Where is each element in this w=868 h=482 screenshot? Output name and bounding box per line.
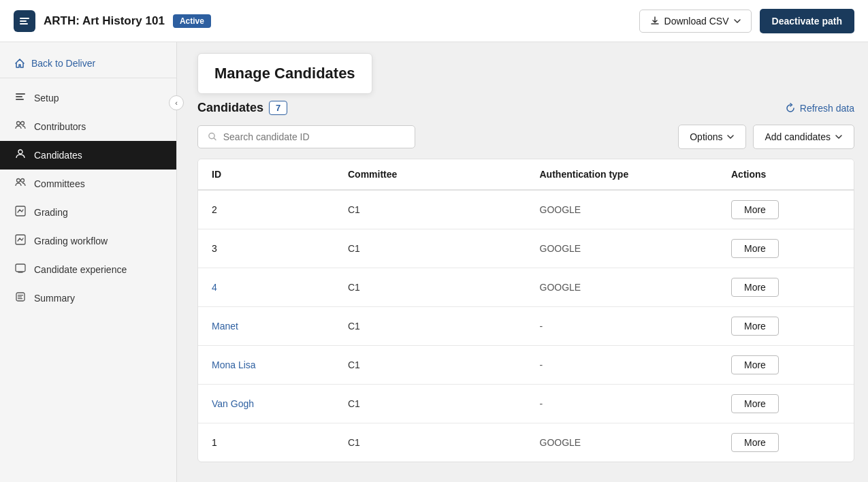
add-candidates-chevron-icon [835,133,843,141]
grading-workflow-icon [14,234,27,248]
svg-rect-13 [16,235,25,244]
svg-rect-5 [16,96,22,97]
svg-rect-17 [18,297,22,298]
candidate-auth-type: - [540,398,732,409]
more-button[interactable]: More [731,278,779,297]
grading-icon [14,206,27,219]
more-button[interactable]: More [731,317,779,336]
svg-point-8 [21,122,25,125]
contributors-icon [14,120,27,133]
home-icon [14,57,26,69]
options-button[interactable]: Options [678,125,746,149]
candidate-id: 2 [212,204,348,215]
candidate-committee: C1 [348,321,540,332]
candidate-id: 1 [212,437,348,448]
more-button[interactable]: More [731,394,779,413]
candidate-id-link[interactable]: 4 [212,282,217,293]
table-row: Van GoghC1-More [198,385,854,423]
status-badge: Active [173,14,211,28]
candidate-committee: C1 [348,204,540,215]
candidates-table: ID Committee Authentication type Actions… [197,159,854,462]
table-row: 2C1GOOGLEMore [198,191,854,229]
candidate-id-link[interactable]: Mona Lisa [212,359,256,370]
svg-rect-6 [16,99,24,100]
table-body: 2C1GOOGLEMore3C1GOOGLEMore4C1GOOGLEMoreM… [198,191,854,462]
svg-point-7 [17,122,20,125]
sidebar-item-grading[interactable]: Grading [0,198,176,227]
table-row: 1C1GOOGLEMore [198,423,854,462]
download-icon [649,16,660,27]
options-chevron-icon [726,133,735,141]
page-title: Manage Candidates [197,53,372,94]
svg-rect-12 [16,206,25,216]
candidate-committee: C1 [348,359,540,370]
search-icon [208,131,218,142]
svg-point-10 [17,179,20,182]
svg-point-11 [21,179,25,182]
svg-rect-1 [20,18,29,19]
setup-icon [14,91,27,105]
sidebar: Back to Deliver Setup Con [0,42,177,482]
candidates-section-title: Candidates 7 [197,101,287,115]
sidebar-item-candidates[interactable]: Candidates [0,141,176,170]
more-button[interactable]: More [731,200,779,219]
candidate-auth-type: GOOGLE [540,243,732,254]
download-csv-button[interactable]: Download CSV [639,10,752,33]
candidates-header-row: Candidates 7 Refresh data [197,101,854,115]
candidate-committee: C1 [348,282,540,293]
sidebar-collapse-button[interactable]: ‹ [169,95,184,110]
svg-point-9 [18,150,22,154]
content-area: Candidates 7 Refresh data [197,101,854,462]
app-logo [14,10,35,32]
more-button[interactable]: More [731,433,779,452]
svg-rect-2 [20,20,27,22]
sidebar-item-committees[interactable]: Committees [0,170,176,198]
sidebar-item-setup[interactable]: Setup [0,84,176,112]
candidate-id-link[interactable]: Van Gogh [212,398,254,409]
candidate-auth-type: - [540,359,732,370]
table-row: 3C1GOOGLEMore [198,229,854,268]
committees-icon [14,177,27,191]
candidates-count-badge: 7 [269,101,287,115]
candidate-committee: C1 [348,243,540,254]
candidate-id-link[interactable]: Manet [212,321,238,332]
app-title: ARTH: Art History 101 [44,14,165,28]
candidate-auth-type: GOOGLE [540,282,732,293]
svg-rect-4 [16,93,25,95]
body-layout: Back to Deliver Setup Con [0,42,868,482]
candidate-auth-type: - [540,321,732,332]
search-input[interactable] [223,131,405,142]
sidebar-item-summary[interactable]: Summary [0,284,176,312]
svg-rect-14 [16,264,25,272]
col-header-id: ID [212,169,348,180]
candidate-experience-icon [14,263,27,276]
table-row: Mona LisaC1-More [198,346,854,385]
col-header-actions: Actions [731,169,840,180]
svg-rect-3 [20,23,28,25]
candidate-committee: C1 [348,437,540,448]
more-button[interactable]: More [731,355,779,374]
candidate-auth-type: GOOGLE [540,437,732,448]
candidate-id: 3 [212,243,348,254]
table-row: 4C1GOOGLEMore [198,268,854,307]
main-content: Manage Candidates Candidates 7 Refresh d… [177,42,868,482]
sidebar-item-candidate-experience[interactable]: Candidate experience [0,255,176,284]
candidate-auth-type: GOOGLE [540,204,732,215]
back-to-deliver-link[interactable]: Back to Deliver [0,49,176,78]
refresh-icon [785,103,796,114]
candidate-committee: C1 [348,398,540,409]
svg-rect-18 [18,298,22,299]
sidebar-item-contributors[interactable]: Contributors [0,112,176,141]
sidebar-item-grading-workflow[interactable]: Grading workflow [0,227,176,255]
col-header-committee: Committee [348,169,540,180]
deactivate-path-button[interactable]: Deactivate path [760,9,854,33]
col-header-auth: Authentication type [540,169,732,180]
svg-rect-16 [18,295,23,295]
refresh-data-button[interactable]: Refresh data [785,103,854,114]
more-button[interactable]: More [731,239,779,258]
add-candidates-button[interactable]: Add candidates [753,125,854,149]
candidates-icon [14,148,27,162]
toolbar-row: Options Add candidates [197,125,854,149]
table-header: ID Committee Authentication type Actions [198,159,854,191]
search-input-wrap[interactable] [197,125,415,148]
